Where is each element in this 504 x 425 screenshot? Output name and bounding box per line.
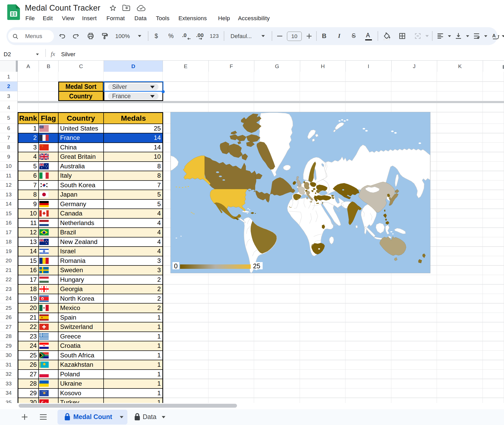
svg-text:A: A [492,33,496,38]
svg-text:0: 0 [174,262,178,270]
svg-text:25: 25 [253,262,260,270]
